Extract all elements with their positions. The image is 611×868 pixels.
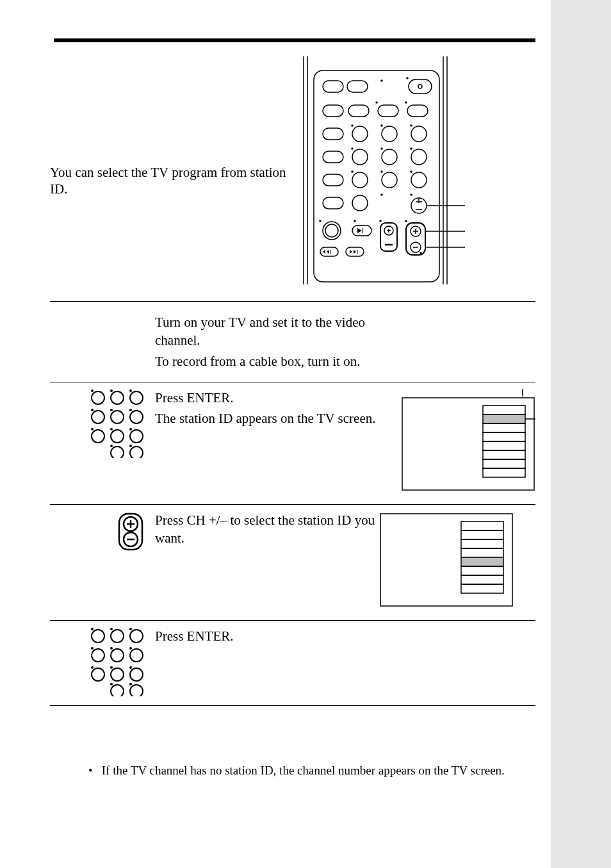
svg-point-141 bbox=[111, 668, 124, 681]
svg-rect-14 bbox=[407, 105, 428, 117]
step-row-3: Press CH +/– to select the station ID yo… bbox=[50, 505, 535, 621]
svg-point-9 bbox=[418, 85, 422, 88]
step-row-2: Press ENTER. The station ID appears on t… bbox=[50, 382, 535, 505]
svg-point-82 bbox=[130, 391, 143, 404]
step-text: To record from a cable box, turn it on. bbox=[155, 352, 401, 370]
svg-point-34 bbox=[411, 172, 427, 188]
step-text: Press ENTER. bbox=[155, 627, 401, 645]
svg-point-148 bbox=[130, 684, 131, 685]
svg-rect-109 bbox=[483, 468, 525, 477]
svg-point-92 bbox=[111, 430, 124, 443]
tv-screen-icon bbox=[401, 386, 535, 491]
step-extra-empty bbox=[401, 311, 535, 313]
svg-point-98 bbox=[130, 446, 143, 458]
svg-rect-102 bbox=[483, 405, 525, 414]
svg-point-30 bbox=[411, 148, 412, 149]
svg-point-144 bbox=[130, 667, 131, 668]
svg-point-91 bbox=[92, 429, 93, 430]
svg-point-18 bbox=[352, 126, 368, 142]
svg-point-146 bbox=[111, 684, 112, 685]
svg-point-97 bbox=[111, 445, 112, 446]
remote-icon bbox=[298, 55, 491, 286]
step-row-1: Turn on your TV and set it to the video … bbox=[50, 307, 535, 382]
svg-point-137 bbox=[130, 649, 143, 662]
svg-rect-8 bbox=[409, 79, 432, 94]
svg-rect-17 bbox=[323, 128, 343, 140]
svg-point-128 bbox=[92, 628, 93, 630]
svg-point-117 bbox=[138, 548, 139, 549]
svg-point-45 bbox=[381, 194, 382, 195]
svg-point-23 bbox=[411, 125, 412, 126]
svg-marker-75 bbox=[350, 250, 352, 254]
svg-point-21 bbox=[352, 125, 353, 126]
svg-point-78 bbox=[92, 391, 104, 404]
svg-rect-121 bbox=[461, 539, 503, 548]
svg-point-93 bbox=[111, 429, 112, 430]
svg-point-28 bbox=[352, 148, 353, 149]
svg-point-145 bbox=[111, 685, 124, 696]
tv-screen-icon bbox=[379, 509, 514, 607]
svg-point-147 bbox=[130, 685, 143, 696]
svg-point-85 bbox=[92, 409, 93, 411]
numpad-icon bbox=[50, 625, 155, 696]
svg-point-47 bbox=[320, 220, 321, 222]
svg-marker-72 bbox=[327, 250, 329, 254]
step-body-4: Press ENTER. bbox=[155, 625, 401, 648]
step-icon-empty bbox=[50, 311, 155, 313]
svg-point-88 bbox=[130, 411, 143, 423]
svg-point-133 bbox=[92, 649, 104, 662]
svg-point-84 bbox=[92, 411, 104, 423]
svg-point-94 bbox=[130, 430, 143, 443]
svg-point-96 bbox=[111, 446, 124, 458]
svg-rect-24 bbox=[323, 151, 343, 163]
svg-rect-108 bbox=[483, 459, 525, 468]
svg-marker-52 bbox=[357, 228, 362, 233]
svg-rect-125 bbox=[461, 575, 503, 584]
svg-point-131 bbox=[130, 630, 143, 643]
bullet-icon: • bbox=[88, 764, 99, 778]
svg-point-79 bbox=[92, 390, 93, 391]
svg-rect-101 bbox=[402, 398, 534, 490]
svg-rect-55 bbox=[380, 223, 397, 251]
svg-rect-5 bbox=[323, 81, 343, 92]
svg-rect-104 bbox=[483, 423, 525, 432]
svg-rect-119 bbox=[461, 521, 503, 530]
svg-rect-122 bbox=[461, 548, 503, 557]
step-text: The station ID appears on the TV screen. bbox=[155, 409, 401, 427]
svg-rect-61 bbox=[406, 223, 425, 255]
step-text: Turn on your TV and set it to the video … bbox=[155, 313, 401, 350]
content-area: You can select the TV program from stati… bbox=[50, 55, 535, 778]
svg-rect-124 bbox=[461, 566, 503, 575]
svg-rect-105 bbox=[483, 432, 525, 441]
manual-page: You can select the TV program from stati… bbox=[0, 0, 551, 868]
svg-rect-6 bbox=[347, 81, 368, 92]
svg-point-83 bbox=[130, 390, 131, 391]
svg-rect-107 bbox=[483, 450, 525, 459]
svg-point-140 bbox=[92, 667, 93, 668]
step-body-1: Turn on your TV and set it to the video … bbox=[155, 311, 401, 373]
svg-point-138 bbox=[130, 648, 131, 649]
svg-point-134 bbox=[92, 648, 93, 649]
svg-marker-76 bbox=[354, 250, 356, 254]
svg-point-67 bbox=[420, 252, 421, 254]
svg-point-7 bbox=[381, 80, 382, 81]
svg-point-60 bbox=[405, 220, 407, 222]
svg-point-129 bbox=[111, 630, 124, 643]
svg-rect-123 bbox=[461, 557, 503, 566]
svg-point-80 bbox=[111, 391, 124, 404]
svg-point-143 bbox=[130, 668, 143, 681]
intro-text: You can select the TV program from stati… bbox=[50, 55, 287, 198]
svg-point-54 bbox=[380, 220, 381, 222]
svg-point-22 bbox=[381, 125, 382, 126]
svg-point-27 bbox=[411, 149, 427, 165]
svg-point-136 bbox=[111, 648, 112, 649]
top-rule bbox=[54, 38, 535, 42]
svg-point-15 bbox=[376, 102, 377, 103]
svg-point-127 bbox=[92, 630, 104, 643]
intro-row: You can select the TV program from stati… bbox=[50, 55, 535, 292]
svg-point-139 bbox=[92, 668, 104, 681]
svg-point-132 bbox=[130, 628, 131, 630]
footnote-text: If the TV channel has no station ID, the… bbox=[102, 764, 505, 777]
svg-rect-38 bbox=[323, 197, 343, 209]
svg-point-86 bbox=[111, 411, 124, 423]
